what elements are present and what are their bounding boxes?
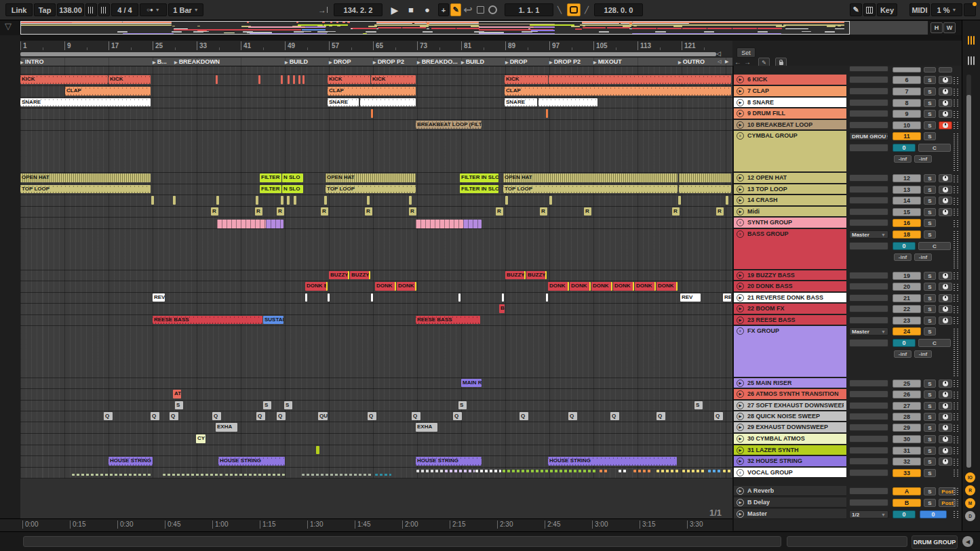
clip[interactable] bbox=[458, 293, 460, 302]
monitor-button[interactable] bbox=[939, 294, 952, 302]
automation-box[interactable] bbox=[849, 424, 888, 431]
tempo-field[interactable]: 138.00 bbox=[57, 3, 84, 16]
pan-dial[interactable]: 0 bbox=[893, 242, 916, 250]
monitor-button[interactable] bbox=[939, 402, 952, 410]
clip-house-string[interactable]: HOUSE STRING bbox=[548, 457, 677, 466]
clip-at[interactable]: AT bbox=[173, 390, 181, 399]
locator-flag[interactable]: ▶MIXOUT bbox=[593, 58, 622, 65]
automation-box[interactable] bbox=[849, 272, 888, 279]
clip-q[interactable]: Q bbox=[610, 412, 619, 420]
clip-n-slo[interactable]: N SLO bbox=[282, 185, 303, 193]
monitor-button[interactable] bbox=[939, 390, 952, 399]
clip-q[interactable]: Q bbox=[714, 412, 723, 420]
automation-box[interactable] bbox=[849, 174, 888, 182]
clip-qu[interactable]: QU bbox=[318, 412, 328, 420]
track-header-8-snare[interactable]: ▶8 SNARE bbox=[734, 98, 846, 108]
clip-clap[interactable]: CLAP bbox=[328, 87, 416, 96]
clip-q[interactable]: Q bbox=[368, 412, 376, 420]
clip-clap[interactable]: CLAP bbox=[65, 87, 151, 96]
clip[interactable] bbox=[328, 293, 330, 302]
area-below-tracks[interactable] bbox=[20, 478, 732, 518]
clip-r[interactable]: R bbox=[496, 207, 503, 216]
midi-map-button[interactable]: MIDI bbox=[909, 3, 930, 16]
loop-brace-ruler[interactable]: ◁ bbox=[0, 52, 732, 57]
clip[interactable] bbox=[409, 196, 412, 205]
clip[interactable] bbox=[475, 470, 501, 472]
automation-box[interactable] bbox=[849, 283, 888, 290]
track-header-31-lazer-synth[interactable]: ▶31 LAZER SYNTH bbox=[734, 445, 846, 455]
monitor-button[interactable] bbox=[939, 87, 952, 96]
clip[interactable] bbox=[367, 196, 370, 205]
track-header-fx-group[interactable]: ≡FX GROUP bbox=[734, 326, 846, 377]
clip[interactable] bbox=[416, 220, 463, 228]
monitor-button[interactable] bbox=[939, 272, 952, 280]
automation-arm-button[interactable]: ✎ bbox=[450, 3, 461, 16]
monitor-button[interactable] bbox=[939, 67, 952, 73]
track-number-box[interactable]: 23 bbox=[893, 317, 921, 325]
clip-r[interactable]: R bbox=[211, 207, 218, 216]
clip[interactable] bbox=[679, 174, 731, 182]
track-header-b-delay[interactable]: ▶B Delay bbox=[734, 497, 846, 508]
solo-button[interactable]: S bbox=[924, 76, 936, 84]
clip[interactable] bbox=[656, 470, 680, 472]
track-header-19-buzzy-bass[interactable]: ▶19 BUZZY BASS bbox=[734, 270, 846, 281]
automation-box[interactable] bbox=[849, 219, 888, 226]
clip-open-hat[interactable]: OPEN HAT bbox=[20, 174, 151, 182]
monitor-button[interactable] bbox=[939, 99, 952, 107]
clip[interactable] bbox=[505, 196, 508, 205]
solo-button[interactable]: S bbox=[924, 390, 936, 399]
clip-q[interactable]: Q bbox=[170, 412, 178, 420]
context-selector-label[interactable]: DRUM GROUP bbox=[912, 535, 958, 549]
clip-r[interactable]: R bbox=[321, 207, 328, 216]
track-header-9-drum-fill[interactable]: ▶9 DRUM FILL bbox=[734, 108, 846, 119]
track-number-box[interactable]: 27 bbox=[893, 402, 921, 410]
locator-flag[interactable]: ▶DROP P2 bbox=[373, 58, 404, 65]
clip-q[interactable]: Q bbox=[256, 412, 265, 420]
track-header-10-breakbeat-loop[interactable]: ▶10 BREAKBEAT LOOP bbox=[734, 120, 846, 130]
track-number-box[interactable]: 18 bbox=[893, 230, 921, 239]
track-header-midi[interactable]: ▶Midi bbox=[734, 207, 846, 217]
clip[interactable] bbox=[72, 474, 152, 476]
clip-filter-in-slo[interactable]: FILTER IN SLO bbox=[460, 174, 498, 182]
solo-button[interactable]: S bbox=[924, 110, 936, 118]
clip[interactable] bbox=[546, 293, 548, 302]
clip-re[interactable]: RE bbox=[723, 293, 731, 302]
arrangement-lanes[interactable] bbox=[20, 66, 732, 479]
track-header-master[interactable]: ▶Master bbox=[734, 509, 846, 519]
re-enable-automation-button[interactable]: ↩ bbox=[463, 3, 473, 16]
clip-filter[interactable]: FILTER bbox=[260, 174, 281, 182]
volume-field[interactable]: -inf bbox=[894, 350, 912, 358]
clip-exha[interactable]: EXHA bbox=[216, 423, 237, 432]
clip[interactable] bbox=[360, 98, 416, 106]
monitor-button[interactable] bbox=[939, 110, 952, 118]
solo-button[interactable]: S bbox=[924, 402, 936, 410]
time-signature-field[interactable]: 4 / 4 bbox=[111, 3, 138, 16]
clip-q[interactable]: Q bbox=[568, 412, 577, 420]
clip[interactable] bbox=[371, 293, 373, 302]
locator-flag[interactable]: ▶B... bbox=[153, 58, 167, 65]
rail-button-r[interactable]: R bbox=[965, 485, 975, 495]
clip-rev[interactable]: REV bbox=[680, 293, 701, 302]
loop-end-icon[interactable]: ◁ bbox=[716, 50, 721, 57]
status-info-box[interactable] bbox=[23, 536, 781, 547]
clip[interactable] bbox=[371, 109, 373, 118]
clip-main-r[interactable]: MAIN R bbox=[461, 379, 482, 387]
clip-r[interactable]: R bbox=[277, 207, 284, 216]
automation-box[interactable] bbox=[849, 469, 888, 476]
track-header-cymbal-group[interactable]: ≡CYMBAL GROUP bbox=[734, 131, 846, 172]
track-header-13-top-loop[interactable]: ▶13 TOP LOOP bbox=[734, 184, 846, 195]
track-number-box[interactable]: 22 bbox=[893, 305, 921, 313]
link-button[interactable]: Link bbox=[5, 3, 33, 16]
automation-box[interactable] bbox=[849, 487, 888, 495]
track-number-box[interactable]: 30 bbox=[893, 435, 921, 443]
volume-field-2[interactable]: -inf bbox=[914, 253, 932, 261]
clip-r[interactable]: R bbox=[672, 207, 680, 216]
solo-button[interactable]: S bbox=[924, 447, 936, 455]
track-number-box[interactable]: 24 bbox=[893, 327, 921, 335]
automation-box[interactable] bbox=[849, 390, 888, 398]
set-locator-button[interactable]: Set bbox=[737, 47, 756, 58]
quantize-menu[interactable]: 1 Bar▼ bbox=[168, 3, 203, 16]
monitor-button[interactable] bbox=[939, 283, 952, 291]
clip[interactable] bbox=[633, 470, 651, 472]
automation-box[interactable] bbox=[849, 186, 888, 193]
